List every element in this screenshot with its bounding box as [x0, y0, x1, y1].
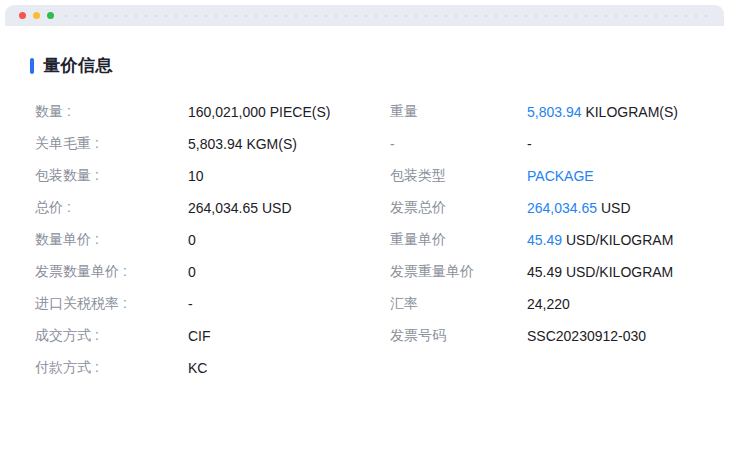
maximize-window-icon[interactable]	[47, 12, 54, 19]
field-value: CIF	[188, 328, 390, 344]
value-text: USD/KILOGRAM	[562, 232, 673, 248]
field-value: PACKAGE	[527, 168, 710, 184]
traffic-lights	[19, 12, 54, 19]
section-title: 量价信息	[43, 54, 113, 77]
field-label: -	[390, 136, 527, 152]
value-text: -	[188, 296, 193, 312]
highlighted-value-link[interactable]: 45.49	[527, 232, 562, 248]
field-label: 重量单价	[390, 231, 527, 249]
value-text: 10	[188, 168, 204, 184]
highlighted-value-link[interactable]: 264,034.65	[527, 200, 597, 216]
field-label: 发票数量单价 :	[35, 263, 188, 281]
quantity-price-section: 量价信息 数量 :160,021,000 PIECE(S)重量5,803.94 …	[0, 54, 730, 384]
field-value: 24,220	[527, 296, 710, 312]
field-value: 5,803.94 KGM(S)	[188, 136, 390, 152]
field-label: 付款方式 :	[35, 359, 188, 377]
field-label: 数量单价 :	[35, 231, 188, 249]
value-text: SSC20230912-030	[527, 328, 646, 344]
field-label: 关单毛重 :	[35, 135, 188, 153]
value-text: KILOGRAM(S)	[582, 104, 678, 120]
minimize-window-icon[interactable]	[33, 12, 40, 19]
field-value: 264,034.65 USD	[188, 200, 390, 216]
field-value: 45.49 USD/KILOGRAM	[527, 264, 710, 280]
field-value: 264,034.65 USD	[527, 200, 710, 216]
section-header: 量价信息	[30, 54, 730, 77]
section-accent-bar	[30, 58, 34, 74]
field-value: 5,803.94 KILOGRAM(S)	[527, 104, 710, 120]
value-text: 45.49 USD/KILOGRAM	[527, 264, 673, 280]
value-text: 0	[188, 264, 196, 280]
field-value: 0	[188, 232, 390, 248]
close-window-icon[interactable]	[19, 12, 26, 19]
value-text: 5,803.94 KGM(S)	[188, 136, 297, 152]
field-value: -	[527, 136, 710, 152]
highlighted-value-link[interactable]: PACKAGE	[527, 168, 594, 184]
info-grid: 数量 :160,021,000 PIECE(S)重量5,803.94 KILOG…	[35, 96, 710, 384]
field-label: 汇率	[390, 295, 527, 313]
field-label: 重量	[390, 103, 527, 121]
value-text: CIF	[188, 328, 211, 344]
window-titlebar	[5, 5, 724, 26]
field-value: SSC20230912-030	[527, 328, 710, 344]
field-value: 160,021,000 PIECE(S)	[188, 104, 390, 120]
field-value: 10	[188, 168, 390, 184]
value-text: 24,220	[527, 296, 570, 312]
field-value: 45.49 USD/KILOGRAM	[527, 232, 710, 248]
field-label: 总价 :	[35, 199, 188, 217]
field-label: 包装类型	[390, 167, 527, 185]
field-label: 进口关税税率 :	[35, 295, 188, 313]
field-label: 成交方式 :	[35, 327, 188, 345]
titlebar-dotted-divider	[65, 15, 710, 17]
value-text: USD	[597, 200, 630, 216]
field-label: 发票号码	[390, 327, 527, 345]
field-value: 0	[188, 264, 390, 280]
value-text: KC	[188, 360, 207, 376]
field-label: 包装数量 :	[35, 167, 188, 185]
browser-window: 量价信息 数量 :160,021,000 PIECE(S)重量5,803.94 …	[0, 5, 730, 460]
value-text: 264,034.65 USD	[188, 200, 292, 216]
highlighted-value-link[interactable]: 5,803.94	[527, 104, 582, 120]
field-value: KC	[188, 360, 390, 376]
value-text: 0	[188, 232, 196, 248]
value-text: 160,021,000 PIECE(S)	[188, 104, 330, 120]
field-value: -	[188, 296, 390, 312]
field-label: 数量 :	[35, 103, 188, 121]
field-label: 发票重量单价	[390, 263, 527, 281]
field-label: 发票总价	[390, 199, 527, 217]
value-text: -	[527, 136, 532, 152]
